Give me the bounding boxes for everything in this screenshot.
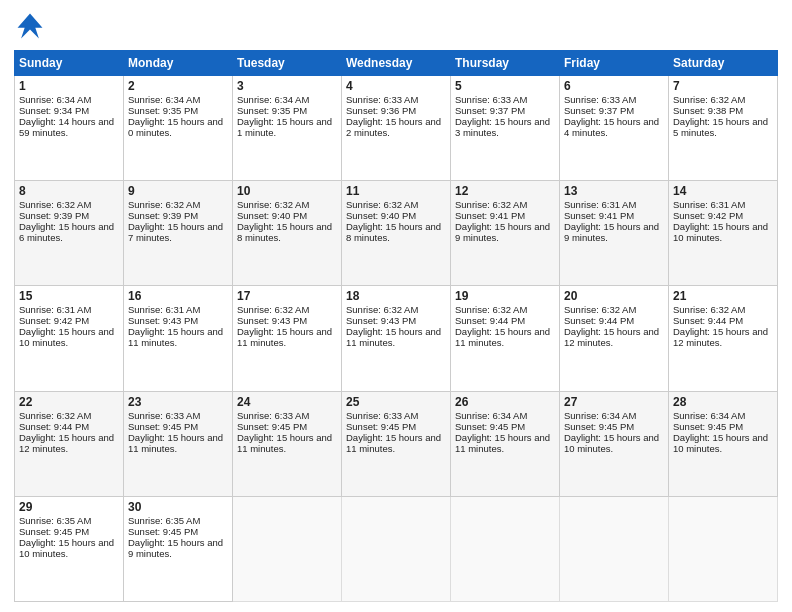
day-number: 23 — [128, 395, 228, 409]
calendar-cell: 12Sunrise: 6:32 AMSunset: 9:41 PMDayligh… — [451, 181, 560, 286]
daylight-label: Daylight: 15 hours and 11 minutes. — [128, 432, 223, 454]
sunset-label: Sunset: 9:45 PM — [19, 526, 89, 537]
logo — [14, 10, 50, 42]
sunset-label: Sunset: 9:45 PM — [455, 421, 525, 432]
daylight-label: Daylight: 15 hours and 6 minutes. — [19, 221, 114, 243]
col-wednesday: Wednesday — [342, 51, 451, 76]
calendar-cell: 9Sunrise: 6:32 AMSunset: 9:39 PMDaylight… — [124, 181, 233, 286]
sunrise-label: Sunrise: 6:33 AM — [564, 94, 636, 105]
calendar-cell — [560, 496, 669, 601]
daylight-label: Daylight: 15 hours and 10 minutes. — [19, 537, 114, 559]
svg-marker-0 — [18, 14, 43, 39]
header — [14, 10, 778, 42]
sunrise-label: Sunrise: 6:32 AM — [237, 304, 309, 315]
col-saturday: Saturday — [669, 51, 778, 76]
sunset-label: Sunset: 9:35 PM — [128, 105, 198, 116]
sunrise-label: Sunrise: 6:34 AM — [673, 410, 745, 421]
sunset-label: Sunset: 9:43 PM — [128, 315, 198, 326]
calendar-cell — [342, 496, 451, 601]
sunset-label: Sunset: 9:34 PM — [19, 105, 89, 116]
sunset-label: Sunset: 9:45 PM — [237, 421, 307, 432]
daylight-label: Daylight: 15 hours and 9 minutes. — [128, 537, 223, 559]
sunset-label: Sunset: 9:44 PM — [455, 315, 525, 326]
calendar-cell: 4Sunrise: 6:33 AMSunset: 9:36 PMDaylight… — [342, 76, 451, 181]
sunset-label: Sunset: 9:36 PM — [346, 105, 416, 116]
sunset-label: Sunset: 9:44 PM — [19, 421, 89, 432]
day-number: 26 — [455, 395, 555, 409]
sunset-label: Sunset: 9:43 PM — [346, 315, 416, 326]
sunrise-label: Sunrise: 6:33 AM — [128, 410, 200, 421]
daylight-label: Daylight: 15 hours and 9 minutes. — [455, 221, 550, 243]
daylight-label: Daylight: 15 hours and 10 minutes. — [19, 326, 114, 348]
sunset-label: Sunset: 9:45 PM — [564, 421, 634, 432]
day-number: 1 — [19, 79, 119, 93]
day-number: 15 — [19, 289, 119, 303]
day-number: 18 — [346, 289, 446, 303]
calendar-cell: 29Sunrise: 6:35 AMSunset: 9:45 PMDayligh… — [15, 496, 124, 601]
sunset-label: Sunset: 9:43 PM — [237, 315, 307, 326]
sunrise-label: Sunrise: 6:32 AM — [346, 199, 418, 210]
day-number: 4 — [346, 79, 446, 93]
sunrise-label: Sunrise: 6:33 AM — [455, 94, 527, 105]
daylight-label: Daylight: 15 hours and 11 minutes. — [128, 326, 223, 348]
sunset-label: Sunset: 9:41 PM — [564, 210, 634, 221]
calendar-row: 8Sunrise: 6:32 AMSunset: 9:39 PMDaylight… — [15, 181, 778, 286]
calendar-cell: 16Sunrise: 6:31 AMSunset: 9:43 PMDayligh… — [124, 286, 233, 391]
sunset-label: Sunset: 9:35 PM — [237, 105, 307, 116]
day-number: 21 — [673, 289, 773, 303]
sunset-label: Sunset: 9:39 PM — [128, 210, 198, 221]
sunrise-label: Sunrise: 6:34 AM — [128, 94, 200, 105]
day-number: 22 — [19, 395, 119, 409]
calendar-cell: 19Sunrise: 6:32 AMSunset: 9:44 PMDayligh… — [451, 286, 560, 391]
day-number: 8 — [19, 184, 119, 198]
calendar-cell: 1Sunrise: 6:34 AMSunset: 9:34 PMDaylight… — [15, 76, 124, 181]
sunrise-label: Sunrise: 6:32 AM — [237, 199, 309, 210]
col-thursday: Thursday — [451, 51, 560, 76]
calendar-cell: 8Sunrise: 6:32 AMSunset: 9:39 PMDaylight… — [15, 181, 124, 286]
daylight-label: Daylight: 15 hours and 10 minutes. — [564, 432, 659, 454]
calendar-cell: 6Sunrise: 6:33 AMSunset: 9:37 PMDaylight… — [560, 76, 669, 181]
sunset-label: Sunset: 9:44 PM — [564, 315, 634, 326]
sunrise-label: Sunrise: 6:32 AM — [455, 199, 527, 210]
daylight-label: Daylight: 15 hours and 5 minutes. — [673, 116, 768, 138]
page: Sunday Monday Tuesday Wednesday Thursday… — [0, 0, 792, 612]
day-number: 25 — [346, 395, 446, 409]
day-number: 27 — [564, 395, 664, 409]
sunrise-label: Sunrise: 6:32 AM — [455, 304, 527, 315]
daylight-label: Daylight: 15 hours and 8 minutes. — [346, 221, 441, 243]
daylight-label: Daylight: 15 hours and 8 minutes. — [237, 221, 332, 243]
sunrise-label: Sunrise: 6:32 AM — [128, 199, 200, 210]
header-row: Sunday Monday Tuesday Wednesday Thursday… — [15, 51, 778, 76]
day-number: 6 — [564, 79, 664, 93]
sunset-label: Sunset: 9:45 PM — [128, 421, 198, 432]
sunrise-label: Sunrise: 6:31 AM — [564, 199, 636, 210]
sunrise-label: Sunrise: 6:35 AM — [128, 515, 200, 526]
sunset-label: Sunset: 9:38 PM — [673, 105, 743, 116]
sunrise-label: Sunrise: 6:34 AM — [237, 94, 309, 105]
sunrise-label: Sunrise: 6:33 AM — [237, 410, 309, 421]
calendar-cell: 2Sunrise: 6:34 AMSunset: 9:35 PMDaylight… — [124, 76, 233, 181]
daylight-label: Daylight: 15 hours and 12 minutes. — [564, 326, 659, 348]
day-number: 11 — [346, 184, 446, 198]
daylight-label: Daylight: 15 hours and 4 minutes. — [564, 116, 659, 138]
calendar-cell: 24Sunrise: 6:33 AMSunset: 9:45 PMDayligh… — [233, 391, 342, 496]
daylight-label: Daylight: 15 hours and 12 minutes. — [673, 326, 768, 348]
sunrise-label: Sunrise: 6:35 AM — [19, 515, 91, 526]
calendar-cell: 14Sunrise: 6:31 AMSunset: 9:42 PMDayligh… — [669, 181, 778, 286]
sunrise-label: Sunrise: 6:31 AM — [19, 304, 91, 315]
day-number: 14 — [673, 184, 773, 198]
sunset-label: Sunset: 9:45 PM — [673, 421, 743, 432]
daylight-label: Daylight: 14 hours and 59 minutes. — [19, 116, 114, 138]
daylight-label: Daylight: 15 hours and 2 minutes. — [346, 116, 441, 138]
sunrise-label: Sunrise: 6:34 AM — [19, 94, 91, 105]
sunrise-label: Sunrise: 6:32 AM — [19, 199, 91, 210]
sunset-label: Sunset: 9:40 PM — [237, 210, 307, 221]
sunset-label: Sunset: 9:39 PM — [19, 210, 89, 221]
day-number: 24 — [237, 395, 337, 409]
calendar-cell: 3Sunrise: 6:34 AMSunset: 9:35 PMDaylight… — [233, 76, 342, 181]
daylight-label: Daylight: 15 hours and 3 minutes. — [455, 116, 550, 138]
daylight-label: Daylight: 15 hours and 1 minute. — [237, 116, 332, 138]
sunrise-label: Sunrise: 6:32 AM — [673, 94, 745, 105]
col-friday: Friday — [560, 51, 669, 76]
calendar-cell: 20Sunrise: 6:32 AMSunset: 9:44 PMDayligh… — [560, 286, 669, 391]
